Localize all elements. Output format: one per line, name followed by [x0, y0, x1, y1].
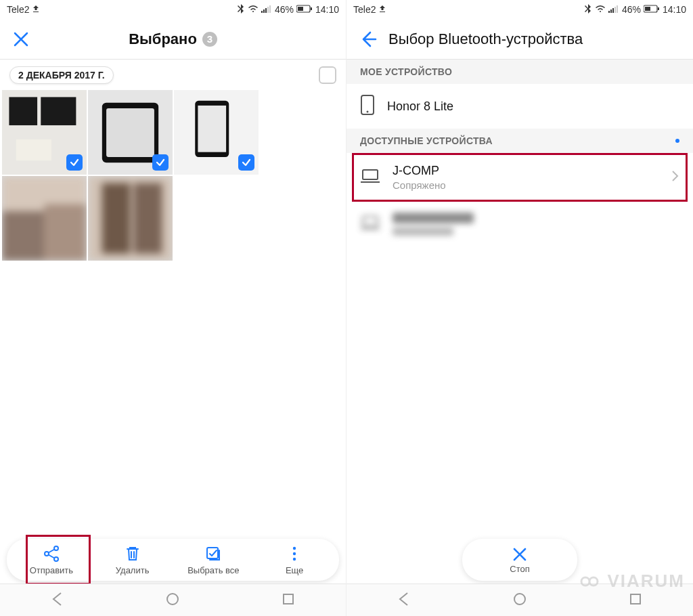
- svg-rect-7: [311, 7, 312, 10]
- stop-label: Стоп: [510, 564, 529, 574]
- svg-rect-11: [16, 139, 51, 160]
- svg-rect-37: [612, 8, 614, 13]
- svg-rect-23: [134, 183, 162, 253]
- svg-rect-10: [41, 97, 76, 125]
- svg-point-33: [167, 594, 178, 604]
- home-nav-icon[interactable]: [512, 592, 527, 609]
- delete-label: Удалить: [116, 565, 150, 575]
- available-device-row-blurred[interactable]: [346, 202, 693, 246]
- svg-rect-1: [263, 9, 265, 13]
- device-name-blurred: [393, 213, 474, 223]
- available-header-label: ДОСТУПНЫЕ УСТРОЙСТВА: [360, 135, 493, 146]
- send-label: Отправить: [30, 565, 73, 575]
- back-button[interactable]: [356, 28, 379, 51]
- bluetooth-header: Выбор Bluetooth-устройства: [346, 19, 693, 60]
- recent-nav-icon[interactable]: [628, 592, 643, 609]
- svg-rect-9: [9, 97, 37, 125]
- bluetooth-icon: [237, 4, 245, 16]
- photo-thumb[interactable]: [2, 90, 87, 175]
- photo-thumb[interactable]: [174, 90, 259, 175]
- svg-rect-0: [261, 11, 263, 13]
- checkmark-icon: [152, 154, 169, 171]
- svg-point-24: [45, 552, 49, 556]
- close-button[interactable]: [9, 28, 32, 51]
- more-icon: [286, 545, 303, 563]
- svg-rect-22: [102, 183, 131, 253]
- photo-thumb[interactable]: [88, 176, 173, 261]
- select-all-date-checkbox[interactable]: [319, 66, 336, 84]
- trash-icon: [124, 545, 141, 563]
- status-bar: Tele2 46% 14:10: [346, 0, 693, 19]
- time-label: 14:10: [663, 4, 686, 15]
- available-devices-header: ДОСТУПНЫЕ УСТРОЙСТВА: [346, 129, 693, 153]
- svg-rect-19: [2, 211, 45, 261]
- wifi-icon: [248, 4, 259, 15]
- carrier-label: Tele2: [353, 4, 376, 15]
- svg-rect-3: [267, 7, 269, 13]
- svg-rect-47: [363, 217, 378, 226]
- date-label: 2 ДЕКАБРЯ 2017 Г.: [9, 66, 114, 84]
- signal-icon: [261, 4, 272, 15]
- svg-line-28: [48, 554, 54, 558]
- available-device-row[interactable]: J-COMP Сопряжено: [346, 153, 693, 202]
- left-phone: Tele2 46% 14:10 Выбрано 3: [0, 0, 346, 616]
- time-label: 14:10: [315, 4, 339, 15]
- home-nav-icon[interactable]: [165, 592, 180, 609]
- svg-rect-41: [645, 7, 650, 11]
- battery-pct: 46%: [275, 4, 294, 15]
- send-button[interactable]: Отправить: [21, 545, 82, 575]
- my-device-name: Honor 8 Lite: [387, 100, 679, 114]
- svg-rect-14: [106, 108, 154, 157]
- laptop-icon: [360, 215, 380, 233]
- more-button[interactable]: Еще: [264, 545, 325, 575]
- svg-rect-39: [617, 5, 618, 13]
- bluetooth-title: Выбор Bluetooth-устройства: [388, 30, 583, 48]
- right-phone: Tele2 46% 14:10 Выбор Bluetooth-устройст…: [346, 0, 693, 616]
- select-all-button[interactable]: Выбрать все: [183, 545, 244, 575]
- svg-rect-20: [45, 204, 87, 261]
- delete-button[interactable]: Удалить: [102, 545, 163, 575]
- upload-icon: [32, 4, 40, 15]
- watermark-text: VIARUM: [607, 571, 685, 592]
- my-device-section-header: МОЕ УСТРОЙСТВО: [346, 60, 693, 84]
- svg-rect-34: [284, 594, 293, 604]
- svg-rect-45: [363, 170, 378, 179]
- my-device-row: Honor 8 Lite: [346, 84, 693, 129]
- stop-button[interactable]: Стоп: [462, 539, 577, 581]
- date-section: 2 ДЕКАБРЯ 2017 Г.: [0, 60, 346, 89]
- recent-nav-icon[interactable]: [281, 592, 296, 609]
- svg-rect-4: [269, 5, 271, 13]
- bluetooth-icon: [584, 4, 592, 16]
- watermark: VIARUM: [576, 571, 685, 592]
- back-nav-icon[interactable]: [397, 592, 411, 609]
- share-icon: [43, 545, 60, 563]
- svg-point-32: [293, 557, 296, 560]
- upload-icon: [378, 4, 386, 15]
- svg-rect-50: [631, 594, 640, 604]
- more-label: Еще: [286, 565, 303, 575]
- svg-point-44: [367, 111, 369, 113]
- checkmark-icon: [238, 154, 254, 171]
- action-bar: Отправить Удалить Выбрать все: [7, 539, 339, 581]
- svg-point-30: [293, 546, 296, 549]
- scanning-spinner-icon: [675, 139, 679, 143]
- phone-icon: [360, 95, 375, 118]
- svg-rect-38: [614, 7, 616, 13]
- device-status-blurred: [393, 227, 453, 236]
- photo-image: [2, 176, 87, 261]
- select-all-icon: [204, 545, 222, 563]
- battery-pct: 46%: [622, 4, 641, 15]
- selection-header: Выбрано 3: [0, 19, 346, 60]
- chevron-right-icon: [671, 170, 679, 185]
- photo-thumb[interactable]: [88, 90, 173, 175]
- svg-rect-17: [198, 106, 226, 152]
- photo-thumb[interactable]: [2, 176, 87, 261]
- photo-grid: [0, 89, 346, 261]
- device-name: J-COMP: [393, 164, 659, 178]
- svg-rect-29: [207, 548, 218, 558]
- infinity-icon: [576, 572, 603, 591]
- svg-rect-6: [298, 7, 303, 11]
- laptop-icon: [360, 169, 380, 186]
- checkmark-icon: [66, 154, 83, 171]
- back-nav-icon[interactable]: [50, 592, 65, 609]
